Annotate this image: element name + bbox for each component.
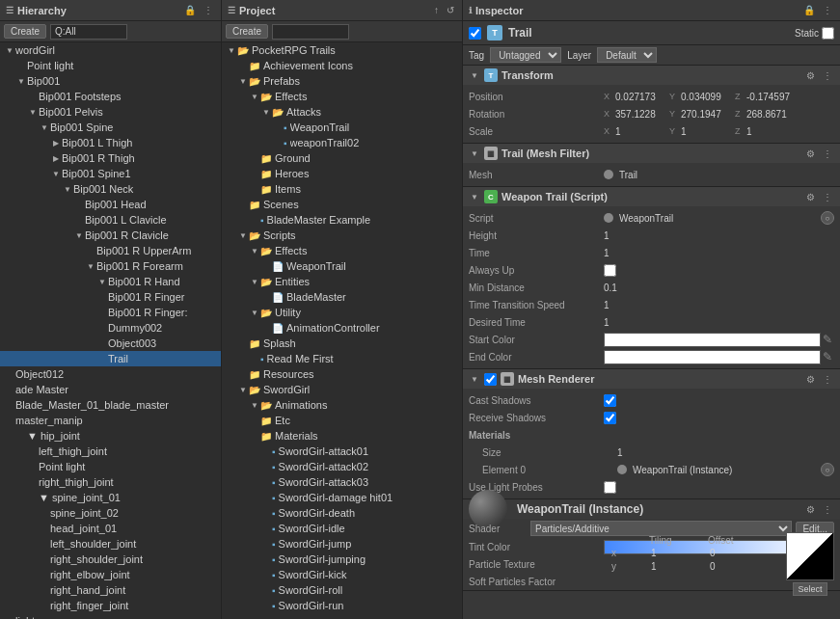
hierarchy-item-trail[interactable]: Trail — [0, 351, 221, 366]
project-item-effects[interactable]: ▼📂Effects — [222, 89, 462, 104]
project-item-readMeFirst[interactable]: ▪Read Me First — [222, 351, 462, 366]
project-item-weaponTrail02[interactable]: ▪weaponTrail02 — [222, 135, 462, 150]
weapon-trail-menu-btn[interactable]: ⋮ — [821, 192, 834, 202]
project-item-attack01[interactable]: ▪SwordGirl-attack01 — [222, 444, 462, 459]
hierarchy-item-object003[interactable]: Object003 — [0, 336, 221, 351]
hierarchy-item-rightHandJoint[interactable]: right_hand_joint — [0, 582, 221, 598]
transform-menu-btn[interactable]: ⋮ — [821, 70, 834, 81]
weapon-trail-settings-btn[interactable]: ⚙ — [804, 192, 817, 202]
project-item-roll[interactable]: ▪SwordGirl-roll — [222, 582, 462, 598]
hierarchy-item-spineJoint02[interactable]: spine_joint_02 — [0, 505, 221, 521]
always-up-checkbox[interactable] — [604, 264, 616, 277]
hierarchy-menu-btn[interactable]: ⋮ — [202, 5, 215, 15]
project-search-input[interactable] — [272, 24, 349, 40]
mesh-filter-menu-btn[interactable]: ⋮ — [821, 148, 834, 159]
tag-dropdown[interactable]: Untagged — [490, 47, 561, 63]
project-item-scenes[interactable]: 📁Scenes — [222, 197, 462, 212]
hierarchy-item-rightThighJoint[interactable]: right_thigh_joint — [0, 474, 221, 490]
mesh-renderer-menu-btn[interactable]: ⋮ — [821, 374, 834, 385]
project-item-idle[interactable]: ▪SwordGirl-idle — [222, 521, 462, 536]
project-item-effectsScripts[interactable]: ▼📂Effects — [222, 243, 462, 258]
mesh-renderer-settings-btn[interactable]: ⚙ — [804, 374, 817, 385]
project-item-bladeMasterEx[interactable]: ▪BladeMaster Example — [222, 212, 462, 228]
project-item-scripts[interactable]: ▼📂Scripts — [222, 228, 462, 243]
project-item-weaponTrail[interactable]: ▪WeaponTrail — [222, 120, 462, 135]
project-item-prefabs[interactable]: ▼📂Prefabs — [222, 73, 462, 89]
hierarchy-item-dummy002[interactable]: Dummy002 — [0, 320, 221, 336]
hierarchy-item-bip001RForearm[interactable]: ▼Bip001 R Forearm — [0, 258, 221, 274]
hierarchy-item-headJoint01[interactable]: head_joint_01 — [0, 521, 221, 536]
project-item-etc[interactable]: 📁Etc — [222, 413, 462, 428]
hierarchy-item-wordGirl[interactable]: ▼wordGirl — [0, 42, 221, 58]
project-create-btn[interactable]: Create — [226, 24, 268, 39]
weapon-trail-header[interactable]: ▼ C Weapon Trail (Script) ⚙ ⋮ — [463, 187, 840, 206]
hierarchy-item-bip001RUpperArm[interactable]: Bip001 R UpperArm — [0, 243, 221, 258]
project-item-kick[interactable]: ▪SwordGirl-kick — [222, 567, 462, 582]
project-item-damageHit01[interactable]: ▪SwordGirl-damage hit01 — [222, 490, 462, 505]
hierarchy-item-adeMaster[interactable]: ade Master — [0, 382, 221, 397]
hierarchy-item-bip001RThigh[interactable]: ▶Bip001 R Thigh — [0, 150, 221, 166]
inspector-lock-btn[interactable]: 🔒 — [801, 5, 817, 15]
hierarchy-item-bip001Neck[interactable]: ▼Bip001 Neck — [0, 181, 221, 197]
hierarchy-item-pointLight[interactable]: Point light — [0, 58, 221, 73]
hierarchy-search-input[interactable] — [50, 24, 127, 40]
end-color-swatch[interactable] — [604, 350, 821, 364]
project-item-resources[interactable]: 📁Resources — [222, 366, 462, 382]
project-item-materials[interactable]: 📁Materials — [222, 428, 462, 444]
mesh-renderer-enabled[interactable] — [484, 373, 497, 386]
hierarchy-item-bip001RFinger1[interactable]: Bip001 R Finger — [0, 289, 221, 305]
hierarchy-item-object012[interactable]: Object012 — [0, 366, 221, 382]
project-item-ground[interactable]: 📁Ground — [222, 150, 462, 166]
hierarchy-item-bip001Pelvis[interactable]: ▼Bip001 Pelvis — [0, 104, 221, 120]
project-item-animController[interactable]: 📄AnimationController — [222, 320, 462, 336]
cast-shadows-checkbox[interactable] — [604, 394, 616, 407]
hierarchy-item-rightShoulderJoint[interactable]: right_shoulder_joint — [0, 552, 221, 567]
mesh-filter-header[interactable]: ▼ ▦ Trail (Mesh Filter) ⚙ ⋮ — [463, 144, 840, 163]
hierarchy-item-bip001LThigh[interactable]: ▶Bip001 L Thigh — [0, 135, 221, 150]
hierarchy-item-bip001RFinger2[interactable]: Bip001 R Finger: — [0, 305, 221, 320]
project-item-attack03[interactable]: ▪SwordGirl-attack03 — [222, 474, 462, 490]
project-item-attack02[interactable]: ▪SwordGirl-attack02 — [222, 459, 462, 474]
material-menu-btn[interactable]: ⋮ — [821, 504, 834, 515]
texture-select-btn[interactable]: Select — [793, 582, 826, 596]
hierarchy-item-bip001Spine[interactable]: ▼Bip001 Spine — [0, 120, 221, 135]
hierarchy-item-bip001Head[interactable]: Bip001 Head — [0, 197, 221, 212]
hierarchy-item-bip001Footsteps[interactable]: Bip001 Footsteps — [0, 89, 221, 104]
hierarchy-item-bip001Spine1[interactable]: ▼Bip001 Spine1 — [0, 166, 221, 181]
project-item-achievementIcons[interactable]: 📁Achievement Icons — [222, 58, 462, 73]
hierarchy-create-btn[interactable]: Create — [4, 24, 46, 39]
hierarchy-lock-btn[interactable]: 🔒 — [182, 5, 198, 15]
project-item-jumping[interactable]: ▪SwordGirl-jumping — [222, 552, 462, 567]
start-color-edit-btn[interactable]: ✎ — [821, 333, 834, 346]
project-item-splash[interactable]: 📁Splash — [222, 336, 462, 351]
project-item-swordGirl[interactable]: ▼📂SwordGirl — [222, 382, 462, 397]
transform-settings-btn[interactable]: ⚙ — [804, 70, 817, 81]
hierarchy-item-rightElbowJoint[interactable]: right_elbow_joint — [0, 567, 221, 582]
project-item-utility[interactable]: ▼📂Utility — [222, 305, 462, 320]
start-color-swatch[interactable] — [604, 333, 821, 347]
mesh-filter-settings-btn[interactable]: ⚙ — [804, 148, 817, 159]
material-settings-btn[interactable]: ⚙ — [804, 504, 817, 515]
project-item-bladeMasterScript[interactable]: 📄BladeMaster — [222, 289, 462, 305]
transform-header[interactable]: ▼ T Transform ⚙ ⋮ — [463, 66, 840, 85]
obj-active-checkbox[interactable] — [469, 27, 481, 40]
project-item-entities[interactable]: ▼📂Entities — [222, 274, 462, 289]
hierarchy-item-spineJoint01[interactable]: ▼ spine_joint_01 — [0, 490, 221, 505]
hierarchy-item-bip001[interactable]: ▼Bip001 — [0, 73, 221, 89]
hierarchy-item-masterManip[interactable]: master_manip — [0, 413, 221, 428]
layer-dropdown[interactable]: Default — [597, 47, 657, 63]
project-item-weaponTrailScript[interactable]: 📄WeaponTrail — [222, 258, 462, 274]
element0-circle-btn[interactable]: ○ — [821, 463, 834, 476]
project-item-pocketRPG[interactable]: ▼📂PocketRPG Trails — [222, 42, 462, 58]
project-item-death[interactable]: ▪SwordGirl-death — [222, 505, 462, 521]
use-light-probes-checkbox[interactable] — [604, 481, 616, 494]
project-upload-btn[interactable]: ↑ — [432, 5, 441, 15]
hierarchy-item-hipJoint[interactable]: ▼ hip_joint — [0, 428, 221, 444]
project-refresh-btn[interactable]: ↺ — [445, 5, 456, 15]
project-item-heroes[interactable]: 📁Heroes — [222, 166, 462, 181]
hierarchy-item-pointLight2[interactable]: Point light — [0, 459, 221, 474]
mesh-renderer-header[interactable]: ▼ ▦ Mesh Renderer ⚙ ⋮ — [463, 369, 840, 389]
hierarchy-item-bip001RHand[interactable]: ▼Bip001 R Hand — [0, 274, 221, 289]
project-item-run[interactable]: ▪SwordGirl-run — [222, 598, 462, 613]
hierarchy-item-rightFingerJoint[interactable]: right_finger_joint — [0, 598, 221, 613]
